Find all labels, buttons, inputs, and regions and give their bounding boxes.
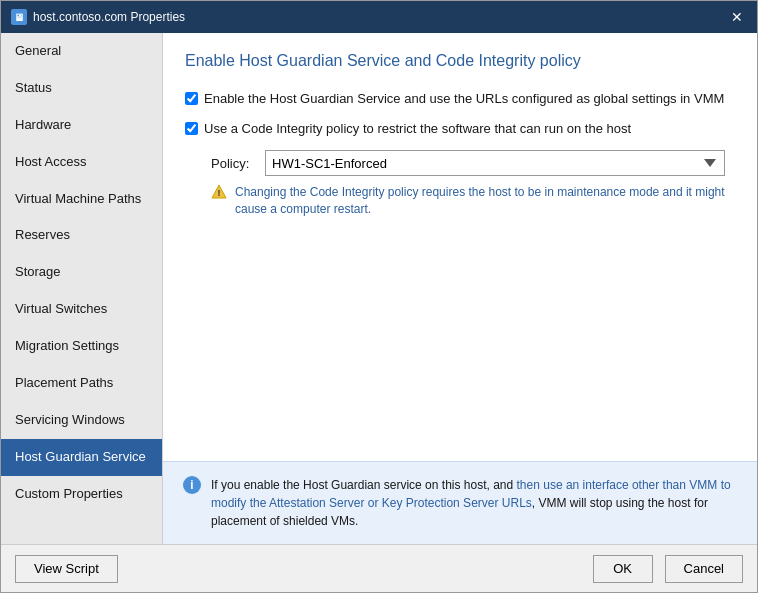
sidebar-item-reserves[interactable]: Reserves [1, 217, 162, 254]
window-title: host.contoso.com Properties [33, 10, 185, 24]
checkbox1-label: Enable the Host Guardian Service and use… [204, 90, 724, 108]
footer: View Script OK Cancel [1, 544, 757, 592]
sidebar-item-virtual-switches[interactable]: Virtual Switches [1, 291, 162, 328]
window-icon: 🖥 [11, 9, 27, 25]
sidebar-item-general[interactable]: General [1, 33, 162, 70]
content-area: Enable Host Guardian Service and Code In… [163, 33, 757, 461]
footer-buttons: OK Cancel [593, 555, 743, 583]
warning-box: ! Changing the Code Integrity policy req… [211, 184, 735, 218]
info-text-part1: If you enable the Host Guardian service … [211, 478, 517, 492]
sidebar-item-servicing-windows[interactable]: Servicing Windows [1, 402, 162, 439]
sidebar-item-migration-settings[interactable]: Migration Settings [1, 328, 162, 365]
sidebar-item-storage[interactable]: Storage [1, 254, 162, 291]
warning-text: Changing the Code Integrity policy requi… [235, 184, 735, 218]
close-button[interactable]: ✕ [727, 7, 747, 27]
sidebar-item-host-guardian-service[interactable]: Host Guardian Service [1, 439, 162, 476]
view-script-button[interactable]: View Script [15, 555, 118, 583]
sidebar-item-hardware[interactable]: Hardware [1, 107, 162, 144]
warning-icon: ! [211, 184, 227, 203]
ok-button[interactable]: OK [593, 555, 653, 583]
dialog-window: 🖥 host.contoso.com Properties ✕ GeneralS… [0, 0, 758, 593]
title-bar: 🖥 host.contoso.com Properties ✕ [1, 1, 757, 33]
checkbox2-row: Use a Code Integrity policy to restrict … [185, 120, 735, 138]
info-icon: i [183, 476, 201, 494]
info-panel: i If you enable the Host Guardian servic… [163, 461, 757, 544]
policy-label: Policy: [211, 156, 255, 171]
checkbox1-row: Enable the Host Guardian Service and use… [185, 90, 735, 108]
sidebar: GeneralStatusHardwareHost AccessVirtual … [1, 33, 163, 544]
policy-select[interactable]: HW1-SC1-Enforced [265, 150, 725, 176]
cancel-button[interactable]: Cancel [665, 555, 743, 583]
sidebar-item-custom-properties[interactable]: Custom Properties [1, 476, 162, 513]
checkbox1[interactable] [185, 92, 198, 105]
sidebar-item-virtual-machine-paths[interactable]: Virtual Machine Paths [1, 181, 162, 218]
sidebar-item-host-access[interactable]: Host Access [1, 144, 162, 181]
policy-row: Policy: HW1-SC1-Enforced [211, 150, 735, 176]
main-content: Enable Host Guardian Service and Code In… [163, 33, 757, 544]
info-text: If you enable the Host Guardian service … [211, 476, 737, 530]
sidebar-item-placement-paths[interactable]: Placement Paths [1, 365, 162, 402]
page-title: Enable Host Guardian Service and Code In… [185, 51, 735, 72]
checkbox2-label: Use a Code Integrity policy to restrict … [204, 120, 631, 138]
checkbox2[interactable] [185, 122, 198, 135]
dialog-body: GeneralStatusHardwareHost AccessVirtual … [1, 33, 757, 544]
sidebar-item-status[interactable]: Status [1, 70, 162, 107]
title-bar-left: 🖥 host.contoso.com Properties [11, 9, 185, 25]
svg-text:!: ! [218, 188, 221, 198]
